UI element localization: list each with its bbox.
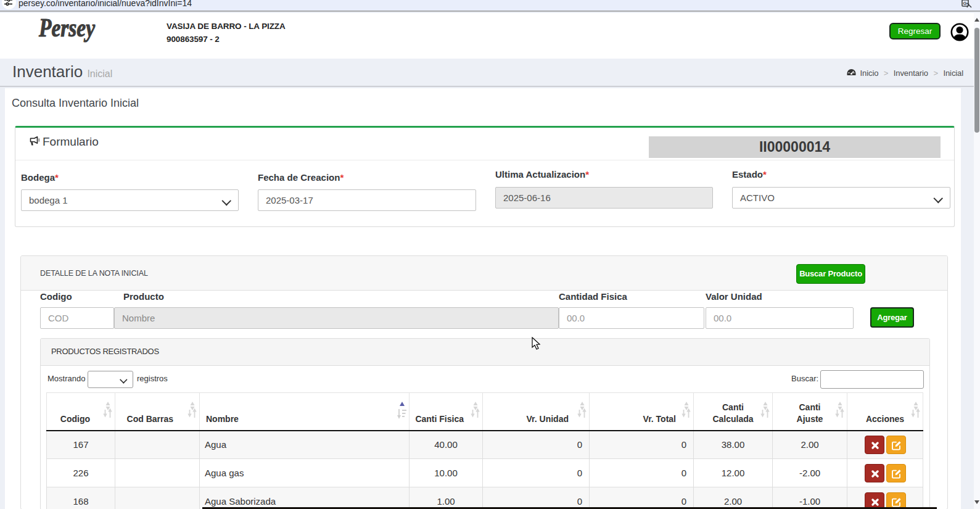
- svg-text:G: G: [963, 1, 967, 6]
- svg-text:Persey: Persey: [38, 14, 95, 42]
